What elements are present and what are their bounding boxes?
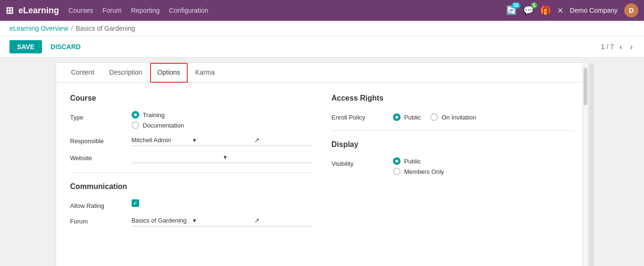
top-navigation: ⊞ eLearning Courses Forum Reporting Conf… (0, 0, 644, 21)
menu-reporting[interactable]: Reporting (131, 7, 160, 14)
radio-public-enroll-label: Public (404, 114, 421, 121)
radio-members-only-circle (393, 168, 401, 175)
tab-options[interactable]: Options (150, 63, 188, 83)
responsible-dropdown[interactable]: Mitchell Admin ▾ ↗ (132, 135, 313, 146)
top-menu: Courses Forum Reporting Configuration (68, 7, 209, 14)
website-label: Website (70, 152, 132, 162)
visibility-radio-group: Public Members Only (393, 157, 574, 175)
divider-right (332, 130, 574, 131)
menu-configuration[interactable]: Configuration (169, 7, 208, 14)
tab-karma[interactable]: Karma (188, 63, 222, 83)
company-name: Demo Company (570, 7, 618, 14)
radio-documentation[interactable]: Documentation (132, 121, 313, 129)
visibility-row: Visibility Public Members Only (332, 157, 574, 175)
radio-members-only[interactable]: Members Only (393, 168, 574, 175)
breadcrumb: eLearning Overview / Basics of Gardening (0, 21, 644, 36)
radio-members-only-label: Members Only (404, 168, 444, 175)
radio-public-enroll[interactable]: Public (393, 113, 421, 121)
breadcrumb-current: Basics of Gardening (75, 25, 135, 32)
responsible-label: Responsible (70, 135, 132, 145)
allow-rating-label: Allow Rating (70, 199, 132, 209)
gift-icon[interactable]: 🎁 (540, 5, 551, 16)
grid-icon[interactable]: ⊞ (6, 5, 14, 16)
type-field-row: Type Training Documentation (70, 111, 313, 129)
app-brand[interactable]: ⊞ eLearning (6, 5, 59, 16)
website-value: ▾ (132, 152, 313, 163)
allow-rating-row: Allow Rating (70, 199, 313, 209)
access-rights-section-title: Access Rights (332, 94, 574, 103)
prev-arrow[interactable]: ‹ (618, 41, 624, 53)
allow-rating-checkbox[interactable] (132, 199, 139, 207)
radio-public-enroll-circle (393, 113, 401, 121)
divider-left (70, 172, 313, 173)
scrollbar[interactable] (583, 63, 588, 266)
visibility-label: Visibility (332, 157, 393, 167)
toolbar: SAVE DISCARD 1 / 7 ‹ › (0, 36, 644, 58)
website-arrow: ▾ (224, 154, 313, 161)
website-dropdown[interactable]: ▾ (132, 152, 313, 163)
enroll-policy-row: Enroll Policy Public On Invitation (332, 111, 574, 121)
forum-arrow: ▾ (193, 217, 251, 224)
form-body: Course Type Training Documentation (56, 83, 588, 243)
radio-visibility-public[interactable]: Public (393, 157, 574, 165)
radio-on-invitation-circle (430, 113, 438, 121)
type-radio-group: Training Documentation (132, 111, 313, 129)
forum-external-link[interactable]: ↗ (254, 217, 313, 224)
tab-description[interactable]: Description (102, 63, 150, 83)
forum-text: Basics of Gardening (132, 217, 190, 224)
messages-count: 5 (531, 2, 537, 9)
next-arrow[interactable]: › (628, 41, 635, 53)
menu-courses[interactable]: Courses (68, 7, 93, 14)
responsible-arrow: ▾ (193, 137, 251, 144)
tab-content[interactable]: Content (64, 63, 102, 83)
forum-value: Basics of Gardening ▾ ↗ (132, 215, 313, 226)
scrollbar-thumb (584, 68, 587, 105)
course-section-title: Course (70, 94, 313, 103)
topnav-right: 🔄 38 💬 5 🎁 ✕ Demo Company D (506, 3, 638, 17)
user-avatar[interactable]: D (624, 3, 638, 17)
menu-forum[interactable]: Forum (102, 7, 121, 14)
display-section-title: Display (332, 140, 574, 149)
type-value: Training Documentation (132, 111, 313, 129)
forum-label: Forum (70, 215, 132, 225)
radio-on-invitation[interactable]: On Invitation (430, 113, 476, 121)
form-tabs: Content Description Options Karma (56, 63, 588, 83)
pagination-text: 1 / 7 (601, 43, 614, 51)
forum-dropdown[interactable]: Basics of Gardening ▾ ↗ (132, 215, 313, 226)
radio-on-invitation-label: On Invitation (442, 114, 476, 121)
breadcrumb-parent[interactable]: eLearning Overview (9, 25, 68, 32)
left-column: Course Type Training Documentation (70, 94, 313, 232)
responsible-external-link[interactable]: ↗ (254, 137, 313, 144)
close-icon[interactable]: ✕ (557, 6, 563, 15)
enroll-policy-value: Public On Invitation (393, 111, 574, 121)
form-card: Content Description Options Karma Course… (56, 62, 589, 266)
breadcrumb-separator: / (71, 25, 73, 32)
website-field-row: Website ▾ (70, 152, 313, 163)
forum-field-row: Forum Basics of Gardening ▾ ↗ (70, 215, 313, 226)
toolbar-right: 1 / 7 ‹ › (601, 41, 635, 53)
responsible-text: Mitchell Admin (132, 137, 190, 144)
radio-training-label: Training (143, 112, 165, 119)
radio-visibility-public-label: Public (404, 158, 421, 165)
communication-section-title: Communication (70, 182, 313, 191)
updates-icon[interactable]: 🔄 38 (506, 5, 517, 16)
discard-button[interactable]: DISCARD (47, 40, 84, 53)
visibility-value: Public Members Only (393, 157, 574, 175)
responsible-value: Mitchell Admin ▾ ↗ (132, 135, 313, 146)
radio-training[interactable]: Training (132, 111, 313, 119)
main-content: Content Description Options Karma Course… (0, 58, 644, 266)
enroll-policy-label: Enroll Policy (332, 111, 393, 121)
enroll-radio-group: Public On Invitation (393, 111, 574, 121)
radio-documentation-label: Documentation (143, 122, 184, 129)
save-button[interactable]: SAVE (9, 40, 42, 53)
radio-documentation-circle (132, 121, 139, 129)
updates-count: 38 (511, 2, 520, 9)
messages-icon[interactable]: 💬 5 (523, 5, 534, 16)
radio-training-circle (132, 111, 139, 119)
app-name: eLearning (18, 6, 59, 16)
right-column: Access Rights Enroll Policy Public O (332, 94, 574, 232)
allow-rating-value (132, 199, 313, 207)
radio-visibility-public-circle (393, 157, 401, 165)
responsible-field-row: Responsible Mitchell Admin ▾ ↗ (70, 135, 313, 146)
type-label: Type (70, 111, 132, 121)
